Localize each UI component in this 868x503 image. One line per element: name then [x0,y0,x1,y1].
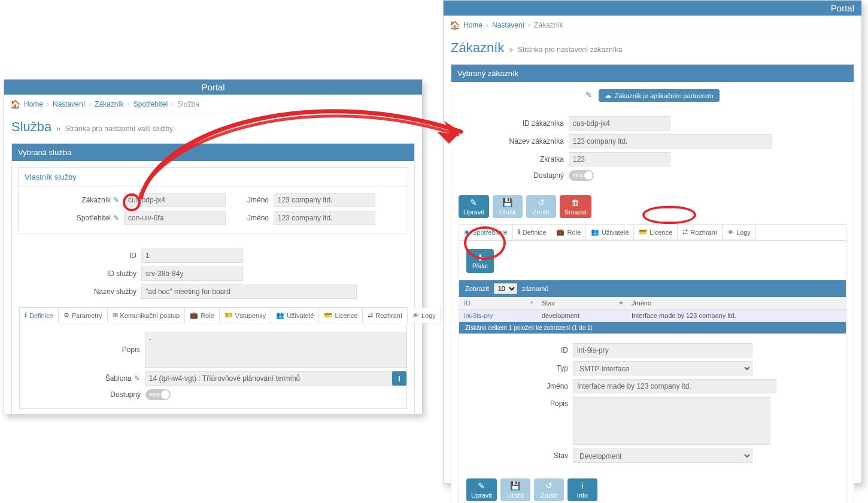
trash-icon: 🗑 [571,198,579,207]
pridat-button[interactable]: ✚Přidat [466,249,494,273]
tab-role[interactable]: 💼Role [551,225,586,240]
tab-definice[interactable]: ℹDefinice [20,308,59,323]
sablona-label: Šablona [105,374,132,383]
det-jmeno-label: Jméno [547,382,568,390]
tab-uzivatele[interactable]: 👥Uživatelé [586,225,634,240]
idsluzby-input[interactable] [141,266,243,281]
panel-vybrany-zakaznik: Vybraný zákazník ✎ ☁Zákazník je aplikačn… [451,64,854,503]
home-icon[interactable]: 🏠 [450,20,460,30]
crumb-home[interactable]: Home [463,21,482,29]
nazev-zakaznika-label: Název zákazníka [509,137,564,146]
topbar: Portal [444,1,861,16]
dostupny-label: Dostupný [110,390,141,399]
pencil-icon[interactable]: ✎ [585,90,592,99]
det-popis-textarea[interactable] [573,397,770,445]
panel-header: Vybraná služba [12,144,414,161]
nazev-zakaznika-input[interactable] [569,134,772,149]
jmeno-label: Jméno [247,196,269,204]
id-input[interactable] [141,249,243,263]
tab-rozhrani[interactable]: ⇄Rozhraní [363,308,408,323]
det-popis-label: Popis [550,399,568,408]
jmeno-input[interactable] [274,193,375,207]
id-zakaznika-input[interactable] [569,116,670,131]
smazat-button[interactable]: 🗑Smazat [560,195,591,218]
table-footer: Získáno celkem 1 položek ke zobrazení (1… [459,322,846,334]
popis-textarea[interactable]: - [145,332,406,368]
tab-role[interactable]: 💼Role [185,308,220,323]
det-stav-select[interactable]: Development [573,449,752,463]
zkratka-input[interactable] [569,152,670,166]
pencil-icon[interactable]: ✎ [113,196,119,204]
tab-licence[interactable]: 💳Licence [319,308,363,323]
zrusit-button[interactable]: ↺Zrušit [534,478,564,501]
home-icon[interactable]: 🏠 [10,99,20,109]
table-row[interactable]: int-9is-pry development Interface made b… [459,310,846,322]
col-jmeno[interactable]: Jméno [627,297,846,310]
zrusit-button[interactable]: ↺Zrušit [526,195,556,218]
undo-icon: ↺ [538,198,545,207]
pagesize-select[interactable]: 10 [494,283,517,294]
tab-parametry[interactable]: ⚙Parametry [59,308,108,323]
id-label: ID [129,252,136,260]
panel-header: Vybraný zákazník [451,65,854,82]
dostupny-label: Dostupný [533,171,564,180]
det-typ-select[interactable]: SMTP Interface [573,361,752,375]
tab-vstupenky[interactable]: 🎫Vstupenky [220,308,271,323]
pencil-icon[interactable]: ✎ [113,214,119,222]
page-title-row: Služba » Stránka pro nastavení vaší služ… [4,114,422,143]
tab-rozhrani[interactable]: ⇄Rozhraní [678,225,723,240]
cell-id: int-9is-pry [459,310,537,322]
nazev-input[interactable] [141,284,357,299]
det-typ-label: Typ [557,364,568,372]
tab-licence[interactable]: 💳Licence [634,225,678,240]
tab-uzivatele[interactable]: 👥Uživatelé [271,308,319,323]
col-id[interactable]: ID▾ [459,297,537,310]
tab-definice[interactable]: ℹDefinice [513,225,552,240]
info-button[interactable]: iInfo [567,478,597,501]
owner-title: Vlastník služby [19,168,408,187]
popis-label: Popis [122,346,140,354]
tab-content-rozhrani: ✚Přidat Zobrazit 10 záznamů ID▾ Stav◆ Jm… [459,240,846,503]
zakaznik-input[interactable] [124,193,226,207]
page-title: Zákazník [451,40,504,56]
save-icon: 💾 [502,198,512,207]
ulozit-button[interactable]: 💾Uložit [493,195,523,218]
crumb-nastaveni[interactable]: Nastavení [53,100,85,108]
upravit-button[interactable]: ✎Upravit [459,195,489,218]
edit-icon: ✎ [478,481,485,490]
partner-badge: ☁Zákazník je aplikačním partnerem [599,89,720,102]
tab-spotrebitele[interactable]: ◉Spotřebitelé [459,225,513,240]
panel-vybrana-sluzba: Vybraná služba Vlastník služby Zákazník✎… [11,143,415,416]
zaznamu-label: záznamů [522,285,549,292]
spotrebitel-input[interactable] [124,211,226,225]
sort-icon: ◆ [619,299,623,305]
tab-logy[interactable]: 👁Logy [723,225,756,240]
zkratka-label: Zkratka [540,155,564,163]
crumb-spotrebitel[interactable]: Spotřebitel [133,100,168,108]
page-subtitle: Stránka pro nastavení vaší služby [65,125,173,133]
crumb-nastaveni[interactable]: Nastavení [492,21,524,29]
det-jmeno-input[interactable] [573,379,776,393]
info-icon[interactable]: i [392,371,406,386]
det-id-label: ID [561,346,568,354]
idsluzby-label: ID služby [107,269,136,278]
button-row-bottom: ✎Upravit 💾Uložit ↺Zrušit iInfo [459,472,846,503]
ulozit-button[interactable]: 💾Uložit [500,478,530,501]
crumb-current: Zákazník [534,21,563,29]
dostupny-toggle[interactable]: YES [569,170,594,181]
det-id-input[interactable] [573,343,752,357]
pencil-icon[interactable]: ✎ [134,374,140,383]
tab-logy[interactable]: 👁Logy [408,308,441,323]
crumb-home[interactable]: Home [24,100,43,108]
col-stav[interactable]: Stav◆ [537,297,627,310]
jmeno2-input[interactable] [274,211,375,225]
sablona-input[interactable] [145,371,392,386]
crumb-zakaznik[interactable]: Zákazník [95,100,124,108]
breadcrumb: 🏠 Home› Nastavení› Zákazník [444,16,861,35]
owner-box: Vlastník služby Zákazník✎ Spotřebitel✎ [18,167,408,234]
tab-komunikacni[interactable]: ✉Komunikační postup [108,308,186,323]
upravit-button[interactable]: ✎Upravit [466,478,497,501]
dostupny-toggle[interactable]: YES [145,389,171,400]
detail-form: ID TypSMTP Interface Jméno Popis StavDev… [459,334,846,472]
det-stav-label: Stav [554,452,568,460]
